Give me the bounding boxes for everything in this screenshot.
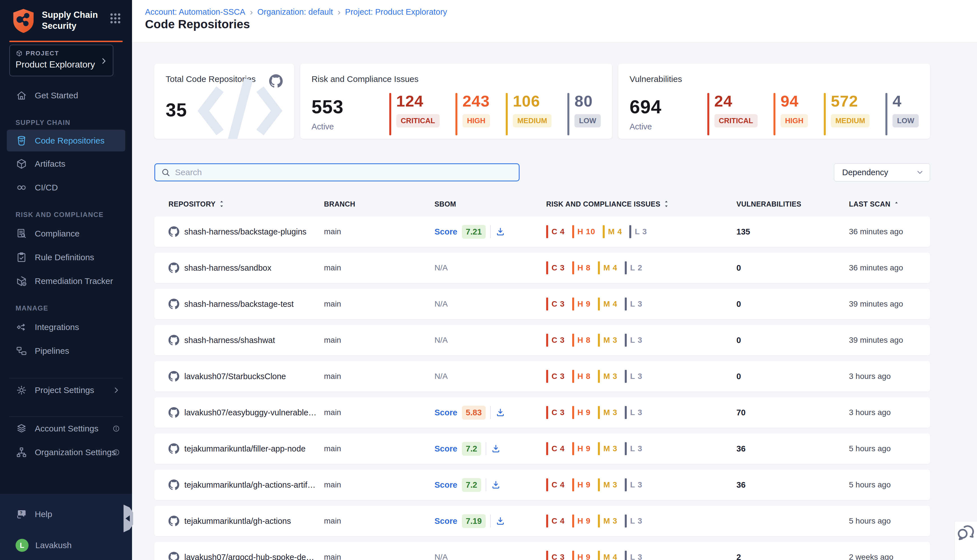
medium-issues-chip: M 3 bbox=[598, 406, 618, 419]
risk-issues-value: 553 bbox=[312, 96, 389, 118]
medium-issues-chip: M 4 bbox=[603, 225, 622, 238]
chevron-down-icon bbox=[916, 168, 924, 177]
high-issues-chip: H 9 bbox=[572, 298, 591, 310]
app-switcher-grid-icon[interactable] bbox=[109, 12, 122, 25]
sort-ascending-icon bbox=[893, 200, 900, 208]
sidebar-item-help[interactable]: ? Help bbox=[0, 502, 132, 526]
table-row[interactable]: shash-harness/backstage-test main N/A C … bbox=[154, 289, 930, 319]
breadcrumb-account-link[interactable]: Account: Automation-SSCA bbox=[145, 7, 246, 17]
sidebar-item-pipelines[interactable]: Pipelines bbox=[0, 339, 132, 363]
repo-name[interactable]: lavakush07/argocd-hub-spoke-demo bbox=[184, 553, 317, 560]
table-row[interactable]: tejakummarikuntla/filler-app-node main S… bbox=[154, 433, 930, 464]
chevron-right-icon bbox=[112, 386, 120, 394]
sbom-na: N/A bbox=[434, 336, 448, 344]
sbom-score-label: Score bbox=[434, 408, 458, 417]
info-icon[interactable] bbox=[112, 425, 120, 433]
vulnerabilities-sub: Active bbox=[630, 122, 707, 132]
download-sbom-icon[interactable] bbox=[495, 407, 506, 418]
repo-name[interactable]: tejakummarikuntla/filler-app-node bbox=[184, 444, 306, 453]
table-row[interactable]: shash-harness/sandbox main N/A C 3 H 8 M… bbox=[154, 253, 930, 283]
info-icon[interactable] bbox=[112, 448, 120, 456]
repo-name[interactable]: shash-harness/shashwat bbox=[184, 336, 275, 345]
table-row[interactable]: shash-harness/backstage-plugins main Sco… bbox=[154, 217, 930, 247]
column-header-repository[interactable]: REPOSITORY bbox=[154, 200, 317, 208]
sidebar-item-rule-definitions[interactable]: Rule Definitions bbox=[0, 245, 132, 269]
sidebar-item-organization-settings[interactable]: Organization Settings bbox=[0, 440, 132, 464]
severity-stat: 4 LOW bbox=[885, 92, 919, 135]
search-box bbox=[154, 163, 519, 182]
sbom-na: N/A bbox=[434, 300, 448, 308]
issues-cell: C 4 H 10 M 4 L 3 bbox=[539, 225, 730, 238]
repo-name[interactable]: lavakush07/easybuggy-vulnerable-app... bbox=[184, 408, 317, 417]
critical-issues-chip: C 3 bbox=[546, 334, 565, 347]
severity-bar bbox=[773, 93, 775, 135]
high-issues-chip: H 8 bbox=[572, 262, 591, 274]
high-issues-chip: H 8 bbox=[572, 334, 591, 347]
last-scan-cell: 39 minutes ago bbox=[842, 300, 930, 308]
page-header: Account: Automation-SSCA › Organization:… bbox=[132, 0, 977, 42]
sidebar-item-artifacts[interactable]: Artifacts bbox=[0, 152, 132, 176]
severity-count: 106 bbox=[513, 92, 551, 110]
table-row[interactable]: tejakummarikuntla/gh-actions main Score … bbox=[154, 506, 930, 536]
risk-severity-breakdown: 124 CRITICAL 243 HIGH 106 MEDIUM 80 LOW bbox=[389, 92, 601, 135]
branch-cell: main bbox=[317, 444, 428, 453]
help-label: Help bbox=[35, 510, 52, 519]
low-issues-chip: L 3 bbox=[625, 370, 642, 383]
column-header-risk-issues[interactable]: RISK AND COMPLIANCE ISSUES bbox=[539, 200, 730, 208]
download-sbom-icon[interactable] bbox=[495, 516, 506, 526]
project-selector-label: PROJECT bbox=[26, 50, 59, 57]
low-issues-chip: L 3 bbox=[625, 334, 642, 347]
severity-count: 4 bbox=[892, 92, 919, 110]
medium-issues-chip: M 3 bbox=[598, 515, 618, 528]
project-selector[interactable]: PROJECT Product Exploratory bbox=[9, 45, 114, 76]
sidebar-item-remediation-tracker[interactable]: Remediation Tracker bbox=[0, 269, 132, 293]
severity-stat: 124 CRITICAL bbox=[389, 92, 439, 135]
table-row[interactable]: lavakush07/StarbucksClone main N/A C 3 H… bbox=[154, 361, 930, 392]
critical-issues-chip: C 3 bbox=[546, 406, 565, 419]
sidebar-item-project-settings[interactable]: Project Settings bbox=[0, 378, 132, 402]
rule-definitions-icon bbox=[15, 252, 27, 263]
download-sbom-icon[interactable] bbox=[491, 443, 501, 454]
table-row[interactable]: lavakush07/easybuggy-vulnerable-app... m… bbox=[154, 397, 930, 428]
sbom-score-label: Score bbox=[434, 227, 458, 237]
column-header-last-scan[interactable]: LAST SCAN bbox=[842, 200, 930, 208]
search-input[interactable] bbox=[175, 168, 513, 177]
risk-issues-label: Risk and Compliance Issues bbox=[312, 74, 419, 84]
user-name: Lavakush bbox=[35, 540, 72, 550]
repo-name[interactable]: tejakummarikuntla/gh-actions bbox=[184, 517, 291, 526]
table-row[interactable]: tejakummarikuntla/gh-actions-artifacts m… bbox=[154, 470, 930, 500]
repo-name[interactable]: tejakummarikuntla/gh-actions-artifacts bbox=[184, 480, 317, 490]
breadcrumb-organization-link[interactable]: Organization: default bbox=[257, 7, 333, 17]
sidebar-item-compliance[interactable]: Compliance bbox=[0, 222, 132, 245]
repo-name[interactable]: shash-harness/sandbox bbox=[184, 263, 271, 273]
table-row[interactable]: shash-harness/shashwat main N/A C 3 H 8 … bbox=[154, 325, 930, 355]
sidebar-item-get-started[interactable]: Get Started bbox=[0, 83, 132, 107]
repo-name[interactable]: shash-harness/backstage-plugins bbox=[184, 227, 306, 237]
project-cube-icon bbox=[15, 50, 23, 57]
vulnerabilities-cell: 2 bbox=[730, 553, 842, 560]
sidebar-section: MANAGE Integrations Pipelines bbox=[0, 304, 132, 363]
issues-cell: C 4 H 9 M 3 L 3 bbox=[539, 442, 730, 455]
high-issues-chip: H 9 bbox=[572, 478, 591, 491]
chat-support-icon[interactable] bbox=[955, 521, 977, 543]
download-sbom-icon[interactable] bbox=[491, 480, 501, 490]
sidebar-item-user[interactable]: L Lavakush bbox=[0, 533, 132, 557]
github-icon bbox=[169, 480, 179, 490]
sidebar-item-code-repositories[interactable]: Code Repositories bbox=[7, 130, 125, 152]
repo-name[interactable]: lavakush07/StarbucksClone bbox=[184, 372, 286, 381]
sidebar-item-account-settings[interactable]: Account Settings bbox=[0, 417, 132, 440]
breadcrumb-project-link[interactable]: Project: Product Exploratory bbox=[345, 7, 447, 17]
dependency-filter-dropdown[interactable]: Dependency bbox=[834, 163, 930, 182]
table-row[interactable]: lavakush07/argocd-hub-spoke-demo main N/… bbox=[154, 542, 930, 560]
page-title: Code Repositories bbox=[145, 18, 250, 31]
artifacts-icon bbox=[15, 158, 27, 170]
severity-count: 80 bbox=[575, 92, 601, 110]
sbom-divider bbox=[490, 225, 491, 238]
risk-issues-sub: Active bbox=[312, 122, 389, 132]
sidebar-item-integrations[interactable]: Integrations bbox=[0, 315, 132, 339]
repo-name[interactable]: shash-harness/backstage-test bbox=[184, 300, 294, 309]
medium-issues-chip: M 3 bbox=[598, 334, 618, 347]
sidebar-item-ci-cd[interactable]: CI/CD bbox=[0, 176, 132, 200]
medium-issues-chip: M 4 bbox=[598, 262, 618, 274]
download-sbom-icon[interactable] bbox=[495, 227, 506, 237]
